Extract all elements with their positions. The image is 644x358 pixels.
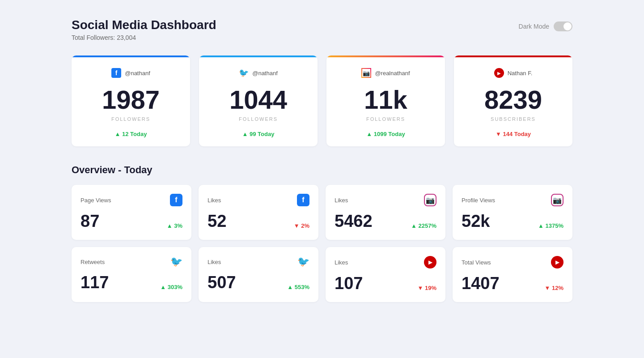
stat-change-2: ▲ 2257% <box>411 222 436 229</box>
stat-card-likes-fb: Likes f 52 ▼ 2% <box>199 185 318 240</box>
stat-fb-icon-0: f <box>170 194 182 206</box>
stat-card-header-3: Profile Views 📷 <box>462 194 564 206</box>
twitter-count: 1044 <box>210 87 307 113</box>
facebook-today: ▲ 12 Today <box>82 131 179 137</box>
stat-ig-icon-2: 📷 <box>424 194 436 206</box>
stat-card-likes-yt: Likes ▶ 107 ▼ 19% <box>326 247 445 302</box>
stat-card-total-views-yt: Total Views ▶ 1407 ▼ 12% <box>453 247 572 302</box>
stat-card-body-3: 52k ▲ 1375% <box>462 212 564 231</box>
social-cards-row: f @nathanf 1987 FOLLOWERS ▲ 12 Today 🐦 @… <box>72 55 572 146</box>
youtube-icon: ▶ <box>494 68 504 78</box>
page-title: Social Media Dashboard <box>72 18 216 32</box>
header-left: Social Media Dashboard Total Followers: … <box>72 18 216 41</box>
dark-mode-toggle[interactable]: Dark Mode <box>519 21 572 31</box>
facebook-label: FOLLOWERS <box>82 116 179 122</box>
twitter-account: 🐦 @nathanf <box>210 68 307 78</box>
stat-label-5: Likes <box>208 259 221 265</box>
dark-mode-switch[interactable] <box>554 21 572 31</box>
twitter-handle: @nathanf <box>252 70 278 77</box>
stat-card-body-5: 507 ▲ 553% <box>208 273 309 292</box>
twitter-card: 🐦 @nathanf 1044 FOLLOWERS ▲ 99 Today <box>199 55 318 146</box>
stat-change-6: ▼ 19% <box>418 285 437 291</box>
facebook-card: f @nathanf 1987 FOLLOWERS ▲ 12 Today <box>72 55 190 146</box>
stat-card-body-1: 52 ▼ 2% <box>208 212 309 231</box>
youtube-label: SUBSCRIBERS <box>465 116 562 122</box>
stat-tw-icon-4: 🐦 <box>170 256 182 268</box>
stat-fb-icon-1: f <box>297 194 309 206</box>
overview-title: Overview - Today <box>72 164 572 176</box>
stat-tw-icon-5: 🐦 <box>297 256 309 268</box>
twitter-today: ▲ 99 Today <box>210 131 307 137</box>
stat-card-header-6: Likes ▶ <box>335 256 436 268</box>
instagram-handle: @realnathanf <box>375 70 410 77</box>
stat-yt-icon-6: ▶ <box>424 256 436 268</box>
stat-card-header-1: Likes f <box>208 194 309 206</box>
stat-card-likes-ig: Likes 📷 5462 ▲ 2257% <box>326 185 445 240</box>
stat-card-body-7: 1407 ▼ 12% <box>462 274 564 293</box>
stat-value-2: 5462 <box>335 212 373 231</box>
stat-card-retweets-tw: Retweets 🐦 117 ▲ 303% <box>72 247 191 302</box>
instagram-account: 📷 @realnathanf <box>337 68 434 78</box>
stat-label-7: Total Views <box>462 259 491 266</box>
facebook-count: 1987 <box>82 87 179 113</box>
stat-change-3: ▲ 1375% <box>538 222 564 229</box>
stat-yt-icon-7: ▶ <box>551 256 564 268</box>
stat-card-profile-views-ig: Profile Views 📷 52k ▲ 1375% <box>453 185 572 240</box>
stat-card-likes-tw: Likes 🐦 507 ▲ 553% <box>199 247 318 302</box>
stat-card-header-4: Retweets 🐦 <box>80 256 182 268</box>
youtube-today: ▼ 144 Today <box>465 131 562 137</box>
instagram-icon: 📷 <box>361 68 371 78</box>
instagram-today: ▲ 1099 Today <box>337 131 434 137</box>
stat-card-page-views-fb: Page Views f 87 ▲ 3% <box>72 185 191 240</box>
overview-grid: Page Views f 87 ▲ 3% Likes f 52 ▼ 2% Lik… <box>72 185 572 302</box>
youtube-card: ▶ Nathan F. 8239 SUBSCRIBERS ▼ 144 Today <box>454 55 572 146</box>
stat-value-3: 52k <box>462 212 490 231</box>
stat-value-1: 52 <box>208 212 226 231</box>
stat-value-5: 507 <box>208 273 236 292</box>
stat-label-3: Profile Views <box>462 197 495 204</box>
stat-value-7: 1407 <box>462 274 500 293</box>
stat-card-header-5: Likes 🐦 <box>208 256 309 268</box>
facebook-account: f @nathanf <box>82 68 179 78</box>
stat-card-header-0: Page Views f <box>80 194 182 206</box>
stat-label-1: Likes <box>208 197 221 204</box>
instagram-label: FOLLOWERS <box>337 116 434 122</box>
stat-card-body-4: 117 ▲ 303% <box>80 273 182 292</box>
stat-card-body-0: 87 ▲ 3% <box>80 212 182 231</box>
stat-change-7: ▼ 12% <box>545 285 564 291</box>
stat-value-0: 87 <box>80 212 99 231</box>
total-followers-subtitle: Total Followers: 23,004 <box>72 34 216 41</box>
stat-value-4: 117 <box>80 273 109 292</box>
stat-change-4: ▲ 303% <box>160 284 182 290</box>
stat-label-2: Likes <box>335 197 348 204</box>
facebook-today-value: ▲ 12 Today <box>115 131 147 137</box>
instagram-count: 11k <box>337 87 434 113</box>
facebook-handle: @nathanf <box>125 70 150 77</box>
stat-label-6: Likes <box>335 259 348 266</box>
stat-change-5: ▲ 553% <box>287 284 309 290</box>
youtube-count: 8239 <box>465 87 562 113</box>
stat-label-4: Retweets <box>80 259 105 265</box>
youtube-handle: Nathan F. <box>508 70 533 77</box>
facebook-icon: f <box>111 68 121 78</box>
stat-ig-icon-3: 📷 <box>551 194 564 206</box>
page-header: Social Media Dashboard Total Followers: … <box>72 18 572 41</box>
stat-label-0: Page Views <box>80 197 111 204</box>
stat-card-body-2: 5462 ▲ 2257% <box>335 212 436 231</box>
stat-change-0: ▲ 3% <box>167 222 182 229</box>
twitter-icon: 🐦 <box>239 68 249 78</box>
stat-card-body-6: 107 ▼ 19% <box>335 274 436 293</box>
twitter-label: FOLLOWERS <box>210 116 307 122</box>
stat-card-header-7: Total Views ▶ <box>462 256 564 268</box>
stat-value-6: 107 <box>335 274 363 293</box>
instagram-card: 📷 @realnathanf 11k FOLLOWERS ▲ 1099 Toda… <box>326 55 445 146</box>
youtube-account: ▶ Nathan F. <box>465 68 562 78</box>
stat-card-header-2: Likes 📷 <box>335 194 436 206</box>
stat-change-1: ▼ 2% <box>294 222 309 229</box>
dark-mode-label: Dark Mode <box>519 23 549 30</box>
